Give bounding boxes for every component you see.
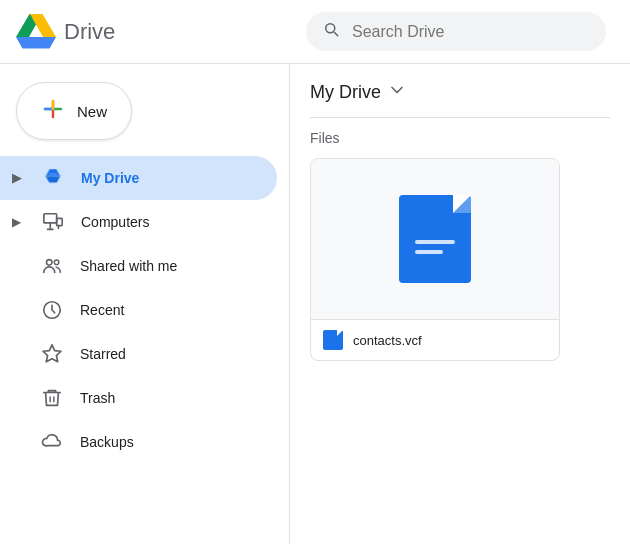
content-title: My Drive: [310, 82, 381, 103]
plus-icon: [41, 97, 65, 125]
file-icon-small: [323, 330, 343, 350]
recent-icon: [40, 298, 64, 322]
trash-icon: [40, 386, 64, 410]
logo-area: Drive: [16, 14, 306, 50]
starred-icon: [40, 342, 64, 366]
files-grid: contacts.vcf: [310, 158, 610, 361]
shared-icon: [40, 254, 64, 278]
my-drive-icon: [41, 166, 65, 190]
sidebar-item-shared[interactable]: Shared with me: [0, 244, 277, 288]
svg-point-6: [47, 260, 53, 266]
sidebar-label-computers: Computers: [81, 214, 149, 230]
expand-arrow-computers: ▶: [12, 215, 21, 229]
sidebar-item-recent[interactable]: Recent: [0, 288, 277, 332]
new-button-label: New: [77, 103, 107, 120]
file-card[interactable]: contacts.vcf: [310, 158, 560, 361]
doc-line-2: [415, 250, 443, 254]
content-header: My Drive: [310, 80, 610, 105]
doc-icon-large: [399, 195, 471, 283]
app-title: Drive: [64, 19, 115, 45]
file-info: contacts.vcf: [311, 319, 559, 360]
search-input[interactable]: [352, 23, 590, 41]
sidebar-item-computers[interactable]: ▶ Computers: [0, 200, 277, 244]
svg-rect-5: [57, 218, 62, 225]
sidebar-label-starred: Starred: [80, 346, 126, 362]
sidebar-item-my-drive[interactable]: ▶ My Drive: [0, 156, 277, 200]
doc-lines: [415, 240, 455, 254]
svg-point-7: [54, 260, 59, 265]
backups-icon: [40, 430, 64, 454]
sidebar-label-shared: Shared with me: [80, 258, 177, 274]
sidebar: New ▶ My Drive ▶: [0, 64, 290, 544]
drive-logo-icon: [16, 14, 56, 50]
doc-line-1: [415, 240, 455, 244]
content-divider: [310, 117, 610, 118]
my-drive-dropdown-arrow[interactable]: [387, 80, 407, 105]
sidebar-item-trash[interactable]: Trash: [0, 376, 277, 420]
sidebar-label-my-drive: My Drive: [81, 170, 139, 186]
svg-rect-4: [44, 214, 57, 223]
sidebar-label-trash: Trash: [80, 390, 115, 406]
new-button[interactable]: New: [16, 82, 132, 140]
expand-arrow-my-drive: ▶: [12, 171, 21, 185]
header: Drive: [0, 0, 630, 64]
file-name: contacts.vcf: [353, 333, 422, 348]
computers-icon: [41, 210, 65, 234]
search-icon: [322, 20, 340, 43]
sidebar-item-starred[interactable]: Starred: [0, 332, 277, 376]
content-area: My Drive Files: [290, 64, 630, 544]
file-preview: [311, 159, 559, 319]
sidebar-item-backups[interactable]: Backups: [0, 420, 277, 464]
main-layout: New ▶ My Drive ▶: [0, 64, 630, 544]
search-bar[interactable]: [306, 12, 606, 51]
sidebar-label-recent: Recent: [80, 302, 124, 318]
files-section-label: Files: [310, 130, 610, 146]
sidebar-label-backups: Backups: [80, 434, 134, 450]
